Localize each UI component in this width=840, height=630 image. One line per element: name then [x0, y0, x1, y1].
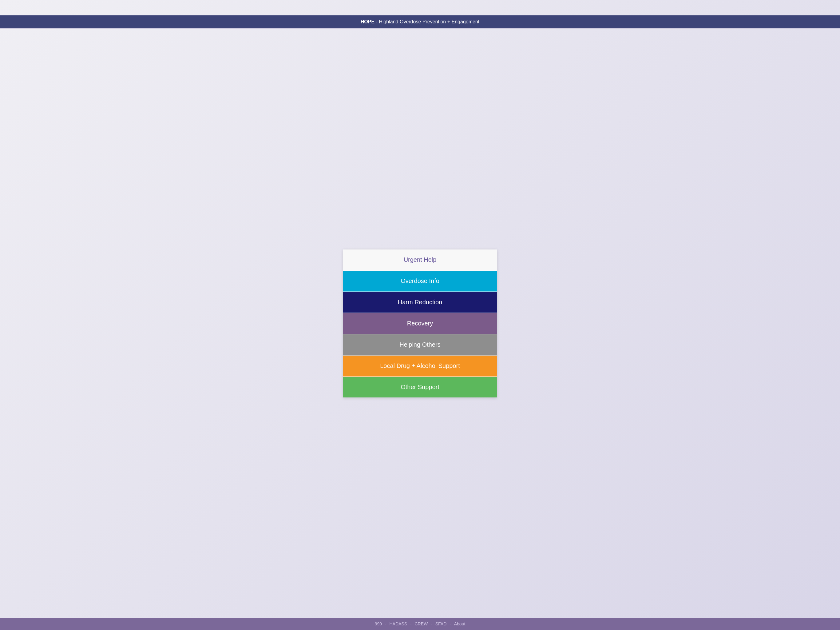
menu-item-harm-reduction[interactable]: Harm Reduction [343, 292, 497, 313]
footer-link-about[interactable]: About [454, 621, 466, 626]
footer-link-sfad[interactable]: SFAD [435, 621, 447, 626]
menu-item-recovery[interactable]: Recovery [343, 313, 497, 334]
footer-separator: - [429, 621, 433, 626]
header-title: HOPE - Highland Overdose Prevention + En… [361, 19, 479, 24]
footer-separator: - [448, 621, 452, 626]
menu-item-helping-others[interactable]: Helping Others [343, 334, 497, 356]
footer-link-hadass[interactable]: HADASS [389, 621, 407, 626]
menu-item-local-drug-alcohol[interactable]: Local Drug + Alcohol Support [343, 356, 497, 377]
footer-separator: - [409, 621, 413, 626]
menu-container: Urgent HelpOverdose InfoHarm ReductionRe… [343, 250, 497, 397]
header-subtitle: - Highland Overdose Prevention + Engagem… [376, 19, 480, 24]
footer-link-crew[interactable]: CREW [414, 621, 428, 626]
menu-item-urgent-help[interactable]: Urgent Help [343, 250, 497, 271]
footer-link-999[interactable]: 999 [375, 621, 382, 626]
app-footer: 999 - HADASS - CREW - SFAD - About [0, 618, 840, 630]
main-content: Urgent HelpOverdose InfoHarm ReductionRe… [0, 29, 840, 618]
menu-item-other-support[interactable]: Other Support [343, 377, 497, 397]
footer-separator: - [384, 621, 387, 626]
app-header: HOPE - Highland Overdose Prevention + En… [0, 15, 840, 29]
menu-item-overdose-info[interactable]: Overdose Info [343, 271, 497, 292]
brand-name: HOPE [361, 19, 374, 24]
